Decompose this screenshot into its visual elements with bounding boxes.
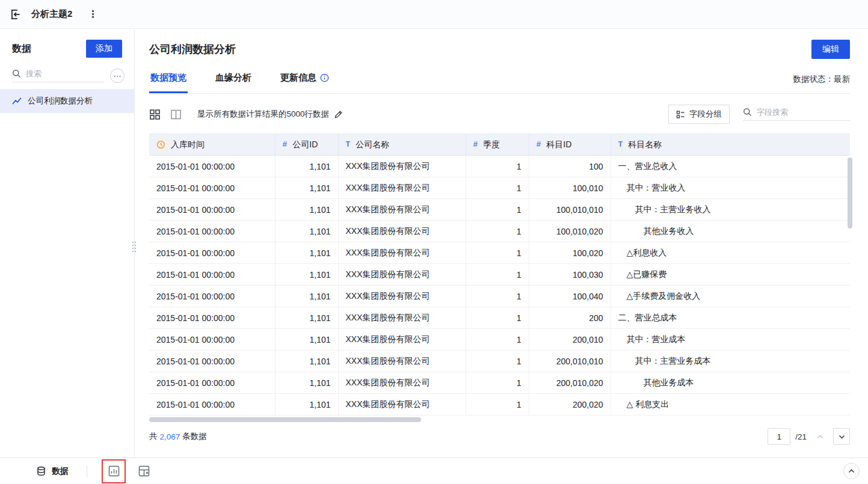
cell-subject_name: △ 利息支出: [611, 394, 850, 415]
cell-subject_id: 100,010,020: [529, 221, 611, 242]
cell-time: 2015-01-01 00:00:00: [149, 286, 275, 307]
cell-subject_name: △已赚保费: [611, 264, 850, 286]
table-row[interactable]: 2015-01-01 00:00:001,101XXX集团股份有限公司1200,…: [149, 351, 850, 372]
database-icon: [36, 466, 46, 476]
bottombar-separator: [87, 465, 87, 477]
table-row[interactable]: 2015-01-01 00:00:001,101XXX集团股份有限公司1100,…: [149, 199, 850, 221]
sidebar: 数据 添加 ⋯ 公司利润数据分析: [0, 29, 135, 458]
column-header-quarter[interactable]: #季度: [466, 134, 529, 156]
page-title: 公司利润数据分析: [149, 42, 236, 57]
split-view-icon[interactable]: [170, 109, 182, 120]
row-count-prefix: 共: [149, 431, 158, 442]
cell-company_id: 1,101: [275, 372, 338, 394]
more-menu-icon[interactable]: ⋮: [88, 8, 97, 20]
column-header-subject_id[interactable]: #科目ID: [529, 134, 611, 156]
cell-company_id: 1,101: [275, 394, 338, 415]
collapse-panel-button[interactable]: [843, 463, 860, 479]
cell-time: 2015-01-01 00:00:00: [149, 264, 275, 286]
cell-time: 2015-01-01 00:00:00: [149, 351, 275, 372]
horizontal-scrollbar-thumb[interactable]: [149, 417, 421, 422]
tab-update-info[interactable]: 更新信息: [279, 65, 330, 93]
bottom-tab-data[interactable]: 数据: [36, 466, 69, 477]
sidebar-item-label: 公司利润数据分析: [28, 96, 93, 106]
edit-button[interactable]: 编辑: [811, 40, 850, 59]
page-up-button[interactable]: [811, 428, 828, 445]
add-button[interactable]: 添加: [86, 40, 122, 58]
cell-company_id: 1,101: [275, 177, 338, 199]
cell-company_name: XXX集团股份有限公司: [338, 264, 466, 286]
table-row[interactable]: 2015-01-01 00:00:001,101XXX集团股份有限公司1100一…: [149, 156, 850, 177]
cell-time: 2015-01-01 00:00:00: [149, 199, 275, 221]
exit-panel-icon[interactable]: [10, 8, 22, 20]
table-row[interactable]: 2015-01-01 00:00:001,101XXX集团股份有限公司1100,…: [149, 286, 850, 307]
column-label: 科目ID: [546, 139, 571, 150]
cell-company_name: XXX集团股份有限公司: [338, 221, 466, 242]
column-label: 公司名称: [356, 139, 389, 150]
more-options-icon[interactable]: ⋯: [110, 69, 125, 83]
cell-subject_id: 100,020: [529, 242, 611, 264]
cell-quarter: 1: [466, 394, 529, 415]
row-count-suffix: 条数据: [182, 431, 207, 442]
cell-subject_id: 200,010,020: [529, 372, 611, 394]
data-table-wrap: 入库时间#公司IDT公司名称#季度#科目IDT科目名称 2015-01-01 0…: [149, 133, 850, 422]
cell-company_name: XXX集团股份有限公司: [338, 307, 466, 329]
sidebar-item-dataset[interactable]: 公司利润数据分析: [0, 89, 134, 113]
cell-company_name: XXX集团股份有限公司: [338, 156, 466, 177]
cell-time: 2015-01-01 00:00:00: [149, 307, 275, 329]
table-row[interactable]: 2015-01-01 00:00:001,101XXX集团股份有限公司1100,…: [149, 264, 850, 286]
cell-company_id: 1,101: [275, 221, 338, 242]
table-row[interactable]: 2015-01-01 00:00:001,101XXX集团股份有限公司1100,…: [149, 177, 850, 199]
cell-quarter: 1: [466, 177, 529, 199]
cell-subject_name: 其他业务收入: [611, 221, 850, 242]
table-row[interactable]: 2015-01-01 00:00:001,101XXX集团股份有限公司1200,…: [149, 329, 850, 351]
column-header-time[interactable]: 入库时间: [149, 134, 275, 156]
cell-company_name: XXX集团股份有限公司: [338, 199, 466, 221]
cell-subject_id: 100,010: [529, 177, 611, 199]
vertical-scrollbar-thumb[interactable]: [848, 158, 852, 228]
cell-quarter: 1: [466, 156, 529, 177]
add-dashboard-button[interactable]: [133, 461, 155, 482]
number-type-icon: #: [473, 140, 478, 149]
table-row[interactable]: 2015-01-01 00:00:001,101XXX集团股份有限公司1200二…: [149, 307, 850, 329]
cell-time: 2015-01-01 00:00:00: [149, 242, 275, 264]
column-header-company_name[interactable]: T公司名称: [338, 134, 466, 156]
horizontal-scrollbar: [149, 417, 850, 422]
cell-subject_id: 200: [529, 307, 611, 329]
field-search-input[interactable]: [757, 108, 850, 117]
cell-time: 2015-01-01 00:00:00: [149, 372, 275, 394]
add-component-button[interactable]: [103, 461, 125, 482]
table-row[interactable]: 2015-01-01 00:00:001,101XXX集团股份有限公司1200,…: [149, 372, 850, 394]
cell-time: 2015-01-01 00:00:00: [149, 156, 275, 177]
table-row[interactable]: 2015-01-01 00:00:001,101XXX集团股份有限公司1100,…: [149, 221, 850, 242]
sidebar-search-input[interactable]: [26, 69, 104, 78]
info-icon[interactable]: [320, 73, 329, 82]
page-number-input[interactable]: [768, 428, 790, 445]
tab-lineage-analysis[interactable]: 血缘分析: [214, 65, 253, 93]
page-down-button[interactable]: [833, 428, 850, 445]
edit-pencil-icon[interactable]: [334, 110, 343, 119]
bottom-tab-data-label: 数据: [52, 466, 69, 477]
cell-company_name: XXX集团股份有限公司: [338, 372, 466, 394]
bottombar: 数据: [0, 458, 868, 484]
table-row[interactable]: 2015-01-01 00:00:001,101XXX集团股份有限公司1200,…: [149, 394, 850, 415]
column-header-subject_name[interactable]: T科目名称: [611, 134, 850, 156]
cell-subject_id: 100,030: [529, 264, 611, 286]
tab-data-preview[interactable]: 数据预览: [149, 65, 188, 93]
vertical-scrollbar: [848, 158, 852, 380]
table-row[interactable]: 2015-01-01 00:00:001,101XXX集团股份有限公司1100,…: [149, 242, 850, 264]
number-type-icon: #: [537, 140, 541, 149]
cell-company_id: 1,101: [275, 264, 338, 286]
column-label: 入库时间: [171, 139, 205, 150]
row-count-value: 2,067: [160, 432, 180, 441]
column-header-company_id[interactable]: #公司ID: [275, 134, 338, 156]
cell-time: 2015-01-01 00:00:00: [149, 177, 275, 199]
column-label: 季度: [483, 139, 500, 150]
search-icon: [12, 69, 21, 78]
tabs: 数据预览 血缘分析 更新信息 数据状态：最新: [149, 65, 850, 94]
grid-view-icon[interactable]: [149, 109, 161, 120]
display-row-info: 显示所有数据计算结果的5000行数据: [197, 109, 343, 120]
field-group-button[interactable]: 字段分组: [668, 105, 730, 124]
cell-subject_name: 其中：主营业务成本: [611, 351, 850, 372]
cell-company_id: 1,101: [275, 286, 338, 307]
cell-subject_id: 200,020: [529, 394, 611, 415]
